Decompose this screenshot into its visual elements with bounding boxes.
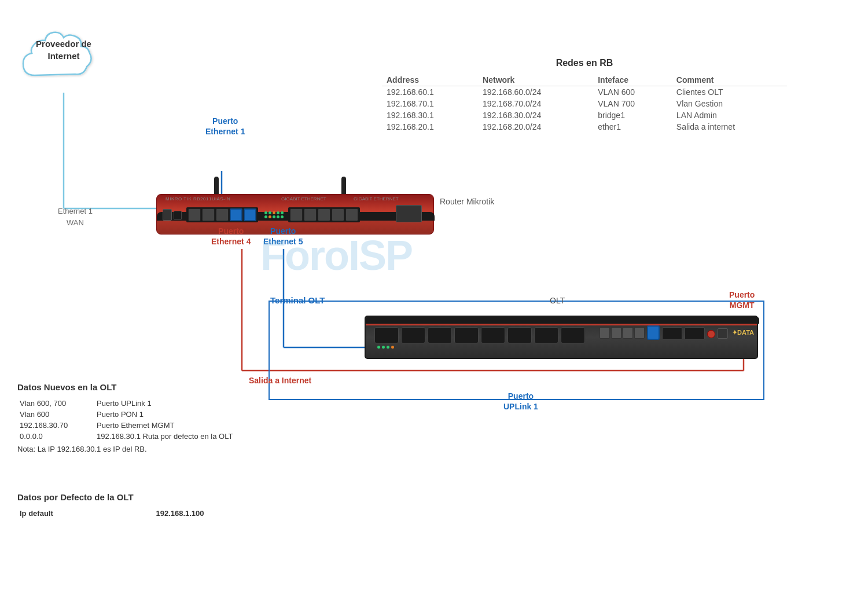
pon3 (428, 327, 452, 343)
watermark: ForoISP (260, 232, 412, 279)
sfp-port (174, 211, 182, 220)
table-row: 192.168.20.1192.168.20.0/24ether1Salida … (382, 121, 787, 133)
list-item: 0.0.0.0192.168.30.1 Ruta por defecto en … (17, 431, 278, 442)
olt-device: ✦DATA (365, 316, 758, 362)
olt-device-container: ✦DATA (365, 316, 758, 362)
router-screen (396, 205, 422, 222)
col-interface: Inteface (593, 74, 672, 86)
isp-label: Proveedor de Internet (17, 38, 110, 62)
pon7 (534, 327, 558, 343)
table-row: 192.168.30.1192.168.30.0/24bridge1LAN Ad… (382, 109, 787, 121)
table-row: 192.168.60.1192.168.60.0/24VLAN 600Clien… (382, 86, 787, 98)
olt-ports (374, 327, 585, 343)
led2 (269, 211, 271, 214)
datos-defecto-title: Datos por Defecto de la OLT (17, 492, 278, 502)
datos-nuevos-title: Datos Nuevos en la OLT (17, 382, 278, 392)
datos-note: Nota: La IP 192.168.30.1 es IP del RB. (17, 445, 278, 453)
usb-port (163, 209, 172, 221)
led7 (269, 215, 271, 218)
router-label: Router Mikrotik (440, 197, 494, 206)
eth4-port (230, 208, 242, 221)
led1 (264, 211, 267, 214)
olt-mgmt-port (707, 330, 715, 338)
pon6 (507, 327, 532, 343)
datos-nuevos-section: Datos Nuevos en la OLT Vlan 600, 700Puer… (17, 382, 278, 453)
eth6-port (290, 208, 303, 221)
pon4 (454, 327, 479, 343)
port-eth1-label: Puerto Ethernet 1 (205, 116, 245, 137)
led4 (277, 211, 279, 214)
pon8 (561, 327, 585, 343)
olt-brand: ✦DATA (732, 329, 754, 336)
eth7-port (304, 208, 317, 221)
olt-eth4 (634, 327, 645, 339)
olt-right-ports: ✦DATA (599, 325, 754, 340)
olt-eth-ports (599, 327, 645, 339)
eth5-port (244, 208, 256, 221)
pon2 (401, 327, 425, 343)
led-group (264, 211, 284, 218)
olt-leds (377, 346, 394, 349)
wan-label: Ethernet 1 WAN (58, 206, 93, 228)
port-eth4-label: Puerto Ethernet 4 (211, 226, 251, 247)
olt-eth1 (599, 327, 610, 339)
olt-led2 (382, 346, 385, 349)
eth8-port (318, 208, 330, 221)
olt-usb (718, 328, 728, 339)
redes-rb-table: Address Network Inteface Comment 192.168… (382, 74, 787, 133)
olt-led4 (391, 346, 394, 349)
olt-led3 (387, 346, 389, 349)
led6 (264, 215, 267, 218)
eth-group1 (186, 207, 258, 222)
router-text-gigeths2: GIGABIT ETHERNET (354, 196, 399, 202)
eth2-port (202, 208, 215, 221)
datos-defecto-section: Datos por Defecto de la OLT Ip default19… (17, 492, 278, 519)
eth-group2 (288, 207, 360, 222)
olt-uplink-port (647, 325, 660, 340)
olt-body: ✦DATA (365, 316, 758, 359)
datos-nuevos-table: Vlan 600, 700Puerto UPLink 1Vlan 600Puer… (17, 398, 278, 442)
datos-defecto-table: Ip default192.168.1.100 (17, 508, 278, 519)
table-row: 192.168.70.1192.168.70.0/24VLAN 700Vlan … (382, 98, 787, 109)
pon5 (481, 327, 505, 343)
list-item: Vlan 600Puerto PON 1 (17, 409, 278, 420)
olt-top-strip (366, 317, 759, 324)
col-comment: Comment (672, 74, 787, 86)
list-item: 192.168.30.70Puerto Ethernet MGMT (17, 420, 278, 431)
terminal-olt-label: Terminal OLT (270, 295, 325, 306)
col-network: Network (478, 74, 593, 86)
list-item: Ip default192.168.1.100 (17, 508, 278, 519)
eth3-port (216, 208, 229, 221)
redes-rb-section: Redes en RB Address Network Inteface Com… (382, 58, 787, 133)
eth9-port (332, 208, 344, 221)
olt-label: OLT (550, 295, 565, 306)
led10 (281, 215, 284, 218)
led5 (281, 211, 284, 214)
olt-sfp2 (685, 327, 705, 340)
port-mgmt-label: Puerto MGMT (729, 290, 755, 310)
col-address: Address (382, 74, 478, 86)
eth10-port (345, 208, 358, 221)
redes-rb-title: Redes en RB (382, 58, 787, 68)
olt-eth2 (611, 327, 621, 339)
eth1-port (188, 208, 201, 221)
isp-cloud: Proveedor de Internet (17, 17, 110, 93)
led3 (273, 211, 275, 214)
olt-sfp1 (662, 327, 682, 340)
olt-eth3 (623, 327, 633, 339)
list-item: Vlan 600, 700Puerto UPLink 1 (17, 398, 278, 409)
olt-led1 (377, 346, 380, 349)
port-uplink-label: Puerto UPLink 1 (503, 391, 538, 412)
led9 (277, 215, 279, 218)
router-text-left: MIKRO TIK RB2011UiAS-IN (165, 196, 230, 202)
router-text-gigeths1: GIGABIT ETHERNET (281, 196, 326, 202)
pon1 (374, 327, 399, 343)
led8 (273, 215, 275, 218)
